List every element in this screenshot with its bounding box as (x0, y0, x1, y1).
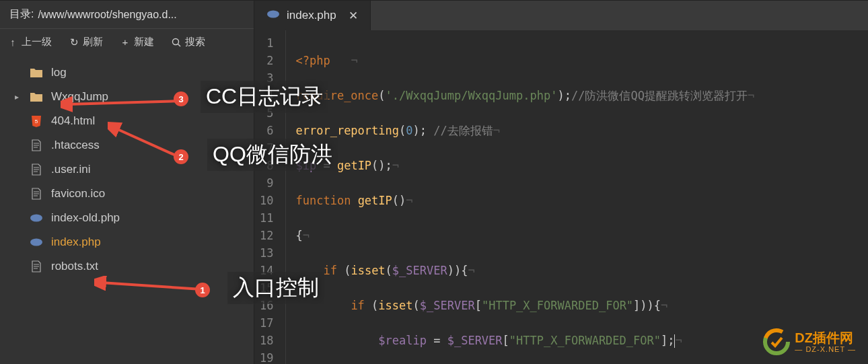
line-number: 2 (260, 52, 273, 69)
search-label: 搜索 (185, 36, 205, 48)
php-icon (30, 212, 43, 224)
up-arrow-icon: ↑ (8, 38, 17, 47)
php-icon (30, 236, 43, 248)
line-number: 17 (260, 314, 273, 332)
html-icon: 5 (30, 115, 43, 127)
svg-line-18 (67, 101, 182, 104)
refresh-button[interactable]: ↻ 刷新 (69, 36, 103, 48)
svg-line-19 (114, 128, 182, 158)
file-name: robots.txt (51, 260, 98, 273)
file-icon (30, 188, 43, 200)
file-item-robots[interactable]: robots.txt (0, 254, 254, 279)
line-number: 9 (260, 174, 273, 192)
line-number: 12 (260, 227, 273, 244)
line-number: 13 (260, 244, 273, 262)
refresh-icon: ↻ (69, 38, 79, 47)
file-name: index.php (51, 235, 101, 249)
file-name: favicon.ico (51, 187, 105, 201)
file-icon (30, 260, 43, 272)
line-number: 10 (260, 192, 273, 209)
line-number: 1 (260, 34, 273, 52)
svg-point-13 (30, 239, 42, 246)
close-icon[interactable]: ✕ (349, 9, 358, 23)
expander-icon[interactable]: ▸ (15, 92, 22, 102)
file-icon (30, 139, 43, 151)
line-number: 8 (260, 157, 273, 174)
folder-icon (30, 67, 43, 79)
tab-index-php[interactable]: index.php ✕ (254, 1, 371, 30)
watermark-cn: DZ插件网 (795, 330, 856, 345)
line-gutter: 1 2 3 4 5 6 7 8 9 10 11 12 13 14 15 16 1 (254, 30, 286, 364)
code-editor[interactable]: 1 2 3 4 5 6 7 8 9 10 11 12 13 14 15 16 1 (254, 30, 868, 364)
line-number: 3 (260, 69, 273, 87)
watermark: DZ插件网 — DZ-X.NET — (762, 328, 856, 356)
line-number: 19 (260, 349, 273, 364)
file-explorer: 目录: /www/wwwroot/shengyao.d... ↑ 上一级 ↻ 刷… (0, 1, 254, 364)
editor-tabs: index.php ✕ (254, 1, 868, 30)
line-number: 14 (260, 262, 273, 279)
line-number: 18 (260, 332, 273, 349)
file-icon (30, 163, 43, 176)
file-item-index[interactable]: index.php (0, 230, 254, 254)
watermark-en: — DZ-X.NET — (795, 345, 856, 353)
up-button[interactable]: ↑ 上一级 (8, 36, 52, 48)
new-label: 新建 (134, 36, 154, 48)
line-number: 15 (260, 279, 273, 297)
directory-label: 目录: (9, 7, 34, 22)
svg-point-12 (30, 215, 42, 222)
line-number: 7 (260, 139, 273, 157)
editor-pane: index.php ✕ 1 2 3 4 5 6 7 8 9 10 11 12 (254, 1, 868, 364)
svg-text:5: 5 (35, 118, 38, 124)
line-number: 16 (260, 297, 273, 314)
svg-point-17 (267, 11, 279, 18)
php-icon (266, 9, 280, 22)
file-item-log[interactable]: log (0, 61, 254, 85)
file-item-favicon[interactable]: favicon.ico (0, 182, 254, 206)
code-content[interactable]: <?php ¬ require_once('./WxqqJump/WxqqJum… (286, 30, 868, 364)
file-item-indexold[interactable]: index-old.php (0, 206, 254, 230)
refresh-label: 刷新 (83, 36, 103, 48)
file-name: .htaccess (51, 139, 100, 152)
directory-path: /www/wwwroot/shengyao.d... (38, 9, 176, 21)
search-button[interactable]: 搜索 (172, 36, 205, 48)
plus-icon: + (120, 38, 130, 47)
file-name: index-old.php (51, 211, 120, 225)
directory-path-row: 目录: /www/wwwroot/shengyao.d... (0, 1, 254, 29)
svg-line-20 (101, 283, 202, 289)
svg-point-0 (173, 38, 179, 44)
svg-line-1 (178, 44, 181, 46)
folder-icon (30, 91, 43, 103)
line-number: 5 (260, 104, 273, 122)
watermark-logo-icon (762, 328, 791, 356)
file-name: .user.ini (51, 163, 91, 176)
tab-label: index.php (287, 9, 336, 22)
search-icon (172, 38, 181, 47)
up-label: 上一级 (22, 36, 52, 48)
line-number: 4 (260, 87, 273, 104)
annotation-arrow-1 (94, 276, 209, 303)
file-name: log (51, 66, 67, 79)
line-number: 6 (260, 122, 273, 139)
new-button[interactable]: + 新建 (120, 36, 154, 48)
line-number: 11 (260, 209, 273, 227)
explorer-actions: ↑ 上一级 ↻ 刷新 + 新建 搜索 (0, 29, 254, 57)
annotation-arrow-2 (108, 121, 188, 168)
